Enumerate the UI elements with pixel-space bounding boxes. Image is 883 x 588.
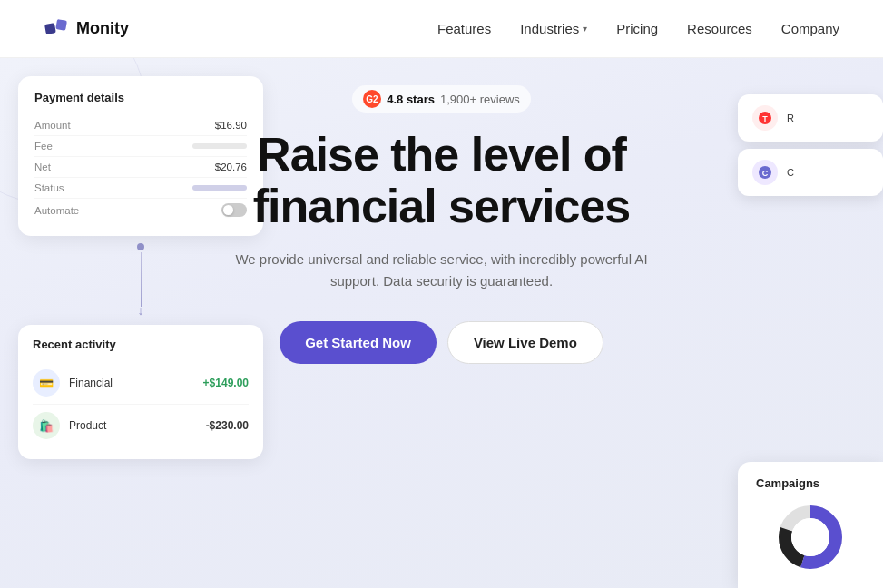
logo-text: Monity: [76, 19, 129, 38]
nav-resources[interactable]: Resources: [687, 21, 752, 36]
svg-point-11: [791, 518, 829, 556]
notif-text-1: R: [787, 113, 794, 123]
nav-industries[interactable]: Industries ▾: [520, 21, 587, 36]
svg-text:G2: G2: [367, 94, 379, 104]
svg-rect-1: [55, 19, 67, 31]
nav-pricing[interactable]: Pricing: [616, 21, 658, 36]
payment-amount-label: Amount: [34, 120, 71, 131]
nav-features[interactable]: Features: [437, 21, 491, 36]
hero-center: G2 4.8 stars 1,900+ reviews Raise the le…: [215, 85, 669, 364]
payment-fee-label: Fee: [34, 141, 53, 152]
connector-line: [141, 252, 142, 307]
campaigns-card: Campaigns: [738, 462, 883, 588]
product-amount: -$230.00: [206, 419, 249, 432]
svg-rect-0: [44, 23, 56, 34]
hero-section: Payment details Amount $16.90 Fee Net $2…: [0, 58, 883, 588]
payment-status-label: Status: [34, 182, 64, 193]
view-demo-button[interactable]: View Live Demo: [447, 321, 603, 364]
hero-title: Raise the level of financial services: [215, 129, 669, 232]
notif-card-1: T R: [738, 94, 883, 142]
notif-icon-red: T: [752, 105, 778, 131]
chevron-down-icon: ▾: [583, 24, 587, 34]
financial-name: Financial: [69, 377, 194, 389]
notif-card-2: C C: [738, 149, 883, 196]
right-notifications: T R C C: [738, 94, 883, 203]
logo[interactable]: Monity: [44, 16, 129, 42]
campaigns-title: Campaigns: [756, 476, 865, 490]
nav-links: Features Industries ▾ Pricing Resources …: [437, 21, 839, 36]
rating-badge: G2 4.8 stars 1,900+ reviews: [352, 85, 531, 113]
svg-text:C: C: [762, 169, 769, 178]
product-icon: 🛍️: [33, 412, 60, 439]
financial-icon: 💳: [33, 369, 60, 397]
rating-reviews: 1,900+ reviews: [440, 93, 520, 106]
payment-automate-label: Automate: [34, 205, 79, 216]
navbar: Monity Features Industries ▾ Pricing Res…: [0, 0, 883, 58]
logo-icon: [44, 16, 69, 42]
notif-text-2: C: [787, 167, 794, 178]
connector-dot-top: [137, 243, 144, 250]
payment-net-label: Net: [34, 162, 51, 172]
notif-icon-purple: C: [752, 160, 778, 185]
rating-stars: 4.8 stars: [387, 93, 435, 106]
product-name: Product: [69, 419, 197, 432]
campaigns-donut-chart: [774, 501, 847, 573]
financial-amount: +$149.00: [203, 377, 249, 389]
activity-row-financial: 💳 Financial +$149.00: [33, 362, 249, 405]
donut-container: [756, 501, 865, 573]
hero-title-line2: financial services: [253, 180, 631, 232]
g2-icon: G2: [363, 90, 381, 108]
hero-buttons: Get Started Now View Live Demo: [215, 321, 669, 364]
get-started-button[interactable]: Get Started Now: [280, 321, 437, 364]
hero-title-line1: Raise the level of: [257, 128, 626, 181]
hero-subtitle: We provide universal and reliable servic…: [215, 249, 669, 292]
activity-row-product: 🛍️ Product -$230.00: [33, 405, 249, 446]
svg-text:T: T: [762, 114, 768, 123]
nav-company[interactable]: Company: [781, 21, 839, 36]
